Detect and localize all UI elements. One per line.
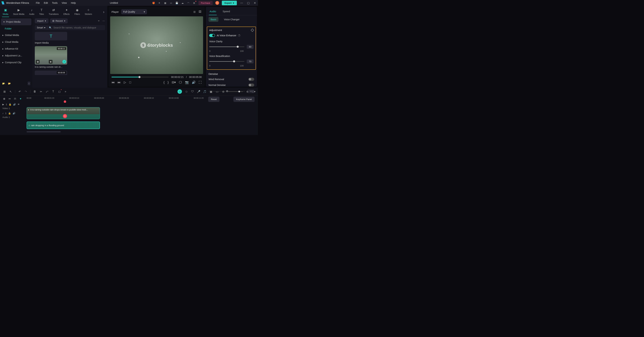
sidebar-cloud-media[interactable]: ▸Cloud Media	[0, 38, 32, 45]
quality-dropdown[interactable]: Full Quality▾	[121, 9, 147, 14]
timeline-tracks-area[interactable]: 00:00 00:00:01:20 00:00:03:10 00:00:05:0…	[26, 96, 258, 135]
tab-media[interactable]: ▣Media	[2, 7, 9, 17]
display-icon[interactable]: 🖵	[179, 81, 182, 84]
delete-icon[interactable]: 🗑	[33, 90, 36, 93]
ai-badge-icon[interactable]: ☺	[178, 89, 182, 94]
timeline-audio-clip[interactable]: ♫rain dropping in a flooding ground	[26, 122, 100, 129]
link-icon[interactable]: ⫘	[8, 97, 11, 100]
purchase-button[interactable]: Purchase	[198, 1, 212, 5]
play-icon[interactable]: ▷	[124, 80, 126, 84]
search-input[interactable]	[53, 26, 103, 29]
prev-frame-icon[interactable]: ⏮	[112, 81, 114, 84]
tab-effects[interactable]: ✦Effects	[63, 7, 70, 17]
tab-titles[interactable]: TTitles	[38, 7, 44, 17]
tab-stickers[interactable]: ✧Stickers	[84, 7, 93, 17]
save-icon[interactable]: 💾	[175, 1, 178, 4]
crop-icon[interactable]: ◻	[58, 90, 61, 93]
eye-icon[interactable]: 👁	[18, 103, 20, 106]
tab-speed-props[interactable]: Speed	[222, 8, 230, 15]
frame-icon[interactable]: ▣	[209, 90, 212, 93]
sidebar-folder[interactable]: Folder	[0, 26, 32, 32]
wind-removal-toggle[interactable]	[248, 78, 254, 81]
sparkle-icon[interactable]: ✦	[19, 97, 22, 100]
sidebar-collapse-button[interactable]: ‹	[28, 82, 30, 85]
undo-icon[interactable]: ↶	[18, 90, 21, 93]
ai-voice-enhancer-toggle[interactable]	[209, 34, 215, 37]
fullscreen-icon[interactable]: ⛶	[199, 81, 202, 84]
help-icon[interactable]: ?	[238, 34, 240, 37]
media-clip-1[interactable]: 00:00:11 ▦ ◉ ✓	[35, 46, 67, 64]
lock-icon[interactable]: 🔓	[8, 112, 11, 114]
record-dropdown[interactable]: Record▾	[50, 18, 68, 23]
stop-icon[interactable]: □	[129, 81, 131, 84]
folder-icon[interactable]: 📂	[8, 82, 11, 85]
voice-clarity-slider[interactable]	[209, 46, 244, 47]
aspect-icon[interactable]: ▭	[215, 90, 219, 93]
lock-icon[interactable]: 🔓	[9, 103, 12, 106]
timeline-scrollbar[interactable]	[26, 131, 61, 132]
music-tool-icon[interactable]: 🎵	[203, 90, 206, 93]
mute-icon[interactable]: 🔊	[13, 103, 16, 106]
mark-out-icon[interactable]: }	[168, 81, 169, 84]
media-clip-2[interactable]: 00:00:05	[35, 70, 67, 75]
tab-transitions[interactable]: ⇄Transitions	[48, 7, 59, 17]
cloud-icon[interactable]: ☁	[181, 1, 184, 4]
timeline-ruler[interactable]: 00:00 00:00:01:20 00:00:03:10 00:00:05:0…	[26, 96, 258, 101]
grid-view-icon[interactable]: ⊞	[193, 10, 196, 14]
more-tabs-chevron[interactable]: ›	[103, 10, 104, 14]
volume-icon[interactable]: 🔊	[192, 80, 196, 84]
more-icon[interactable]: ⋯	[102, 20, 105, 22]
headphones-icon[interactable]: ◠	[187, 1, 190, 4]
mic-icon[interactable]: 🎤	[197, 90, 200, 93]
screen-icon[interactable]: ▭	[170, 1, 172, 4]
tab-stock-media[interactable]: ▶Stock Media	[12, 7, 25, 17]
window-minimize[interactable]: —	[240, 1, 244, 4]
zoom-slider[interactable]	[228, 91, 243, 92]
export-button[interactable]: Export▾	[222, 1, 237, 5]
ratio-icon[interactable]: ⊟▾	[172, 80, 176, 84]
import-dropdown[interactable]: Import▾	[35, 18, 48, 23]
render-icon[interactable]: ⊙	[185, 90, 188, 93]
keyframe-diamond-icon[interactable]	[251, 28, 254, 32]
redo-icon[interactable]: ↷	[24, 90, 28, 93]
tab-audio[interactable]: ♪Audio	[28, 7, 35, 17]
pointer-icon[interactable]: ↖	[9, 90, 12, 93]
import-media-tile[interactable]: T	[35, 32, 67, 40]
new-folder-icon[interactable]: 📁₊	[2, 82, 6, 85]
scissors-icon[interactable]: ✂	[63, 114, 67, 118]
calendar-icon[interactable]: ▦	[164, 1, 167, 4]
image-view-icon[interactable]: 🖼	[198, 10, 202, 14]
expand-icon[interactable]: »	[64, 90, 67, 93]
voice-clarity-value[interactable]: 80	[247, 45, 254, 49]
window-close[interactable]: ✕	[253, 1, 256, 4]
voice-beautification-slider[interactable]	[209, 61, 244, 62]
window-maximize[interactable]: ▢	[246, 1, 250, 4]
send-icon[interactable]: ✈	[158, 1, 161, 4]
menu-file[interactable]: File	[36, 2, 40, 4]
subtab-voice-changer[interactable]: Voice Changer	[222, 17, 242, 22]
menu-view[interactable]: View	[62, 2, 67, 4]
sidebar-global-media[interactable]: ▸Global Media	[0, 32, 32, 38]
text-tool-icon[interactable]: T	[52, 90, 55, 93]
user-avatar[interactable]: C	[215, 1, 219, 5]
tab-filters[interactable]: ◉Filters	[74, 7, 81, 17]
subtab-basic[interactable]: Basic	[208, 17, 218, 22]
gift-icon[interactable]: 🎁	[152, 1, 155, 4]
sidebar-adjustment-layer[interactable]: ▸Adjustment La...	[0, 52, 32, 59]
layout-icon[interactable]: ⊞	[3, 90, 6, 93]
mute-icon[interactable]: 🔊	[12, 112, 15, 114]
mark-in-icon[interactable]: {	[164, 81, 164, 84]
marker-icon[interactable]: 🛡	[191, 90, 194, 93]
add-track-icon[interactable]: ⊕	[2, 97, 6, 100]
progress-bar[interactable]	[112, 77, 169, 78]
filter-icon[interactable]: ⫧	[97, 20, 100, 22]
video-preview[interactable]: $Storyblocks	[110, 16, 203, 74]
menu-tools[interactable]: Tools	[52, 2, 58, 4]
next-frame-icon[interactable]: ⏭	[118, 81, 121, 84]
normal-denoise-toggle[interactable]	[248, 84, 254, 86]
tab-audio-props[interactable]: Audio	[209, 8, 217, 15]
smart-dropdown[interactable]: Smart▾	[37, 26, 45, 29]
apps-icon[interactable]: ⊞	[193, 1, 196, 4]
menu-help[interactable]: Help	[71, 2, 76, 4]
snapshot-icon[interactable]: 📷	[185, 80, 189, 84]
